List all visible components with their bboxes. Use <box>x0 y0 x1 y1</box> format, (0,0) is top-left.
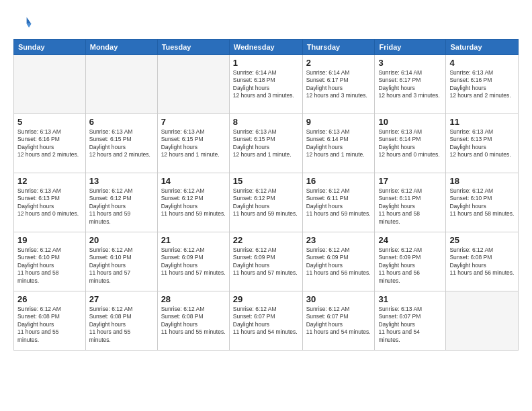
day-cell: 1 Sunrise: 6:14 AM Sunset: 6:18 PM Dayli… <box>229 55 302 114</box>
day-info: Sunrise: 6:12 AM Sunset: 6:07 PM Dayligh… <box>306 306 371 336</box>
day-info: Sunrise: 6:12 AM Sunset: 6:10 PM Dayligh… <box>449 187 515 218</box>
day-cell: 13 Sunrise: 6:12 AM Sunset: 6:12 PM Dayl… <box>85 173 157 232</box>
day-cell <box>14 55 86 114</box>
day-info: Sunrise: 6:12 AM Sunset: 6:08 PM Dayligh… <box>17 306 82 344</box>
day-number: 7 <box>161 117 226 127</box>
day-number: 6 <box>89 117 154 127</box>
day-cell: 10 Sunrise: 6:13 AM Sunset: 6:14 PM Dayl… <box>375 114 446 173</box>
day-number: 28 <box>161 294 226 304</box>
weekday-header-tuesday: Tuesday <box>157 40 229 55</box>
day-cell: 12 Sunrise: 6:13 AM Sunset: 6:13 PM Dayl… <box>14 173 86 232</box>
day-cell: 6 Sunrise: 6:13 AM Sunset: 6:15 PM Dayli… <box>85 114 157 173</box>
day-cell: 26 Sunrise: 6:12 AM Sunset: 6:08 PM Dayl… <box>14 291 86 351</box>
day-cell: 20 Sunrise: 6:12 AM Sunset: 6:10 PM Dayl… <box>85 232 157 291</box>
day-cell: 30 Sunrise: 6:12 AM Sunset: 6:07 PM Dayl… <box>302 291 375 351</box>
week-row-4: 26 Sunrise: 6:12 AM Sunset: 6:08 PM Dayl… <box>14 291 519 351</box>
day-cell: 4 Sunrise: 6:13 AM Sunset: 6:16 PM Dayli… <box>446 55 519 114</box>
day-number: 12 <box>17 176 82 186</box>
day-cell: 24 Sunrise: 6:12 AM Sunset: 6:09 PM Dayl… <box>375 232 446 291</box>
day-number: 4 <box>449 58 515 68</box>
day-number: 1 <box>233 58 299 68</box>
day-cell: 18 Sunrise: 6:12 AM Sunset: 6:10 PM Dayl… <box>446 173 519 232</box>
day-number: 16 <box>306 176 371 186</box>
day-number: 2 <box>306 58 371 68</box>
day-info: Sunrise: 6:12 AM Sunset: 6:09 PM Dayligh… <box>306 246 371 277</box>
week-row-1: 5 Sunrise: 6:13 AM Sunset: 6:16 PM Dayli… <box>14 114 519 173</box>
day-cell: 25 Sunrise: 6:12 AM Sunset: 6:08 PM Dayl… <box>446 232 519 291</box>
day-info: Sunrise: 6:13 AM Sunset: 6:07 PM Dayligh… <box>378 306 442 344</box>
day-cell: 14 Sunrise: 6:12 AM Sunset: 6:12 PM Dayl… <box>157 173 229 232</box>
day-cell <box>85 55 157 114</box>
day-cell <box>157 55 229 114</box>
svg-marker-0 <box>27 17 32 24</box>
day-info: Sunrise: 6:14 AM Sunset: 6:17 PM Dayligh… <box>306 69 371 100</box>
day-number: 20 <box>89 235 154 245</box>
day-cell: 15 Sunrise: 6:12 AM Sunset: 6:12 PM Dayl… <box>229 173 302 232</box>
day-number: 21 <box>161 235 226 245</box>
day-cell: 22 Sunrise: 6:12 AM Sunset: 6:09 PM Dayl… <box>229 232 302 291</box>
day-cell: 8 Sunrise: 6:13 AM Sunset: 6:15 PM Dayli… <box>229 114 302 173</box>
day-info: Sunrise: 6:13 AM Sunset: 6:14 PM Dayligh… <box>306 128 371 159</box>
day-info: Sunrise: 6:13 AM Sunset: 6:14 PM Dayligh… <box>378 128 442 159</box>
day-info: Sunrise: 6:13 AM Sunset: 6:16 PM Dayligh… <box>449 69 515 100</box>
day-number: 26 <box>17 294 82 304</box>
day-number: 10 <box>378 117 442 127</box>
day-info: Sunrise: 6:12 AM Sunset: 6:08 PM Dayligh… <box>449 246 515 277</box>
day-info: Sunrise: 6:13 AM Sunset: 6:13 PM Dayligh… <box>449 128 515 159</box>
day-number: 5 <box>17 117 82 127</box>
svg-marker-1 <box>27 24 32 28</box>
day-info: Sunrise: 6:12 AM Sunset: 6:10 PM Dayligh… <box>17 246 82 285</box>
day-info: Sunrise: 6:12 AM Sunset: 6:09 PM Dayligh… <box>161 246 226 277</box>
page: SundayMondayTuesdayWednesdayThursdayFrid… <box>0 0 532 411</box>
day-info: Sunrise: 6:14 AM Sunset: 6:17 PM Dayligh… <box>378 69 442 100</box>
day-cell: 31 Sunrise: 6:13 AM Sunset: 6:07 PM Dayl… <box>375 291 446 351</box>
day-number: 13 <box>89 176 154 186</box>
week-row-3: 19 Sunrise: 6:12 AM Sunset: 6:10 PM Dayl… <box>14 232 519 291</box>
day-number: 14 <box>161 176 226 186</box>
header <box>13 13 519 32</box>
day-info: Sunrise: 6:14 AM Sunset: 6:18 PM Dayligh… <box>233 69 299 100</box>
day-info: Sunrise: 6:12 AM Sunset: 6:09 PM Dayligh… <box>233 246 299 277</box>
day-cell: 2 Sunrise: 6:14 AM Sunset: 6:17 PM Dayli… <box>302 55 375 114</box>
day-number: 11 <box>449 117 515 127</box>
day-cell: 29 Sunrise: 6:12 AM Sunset: 6:07 PM Dayl… <box>229 291 302 351</box>
day-number: 17 <box>378 176 442 186</box>
day-cell: 9 Sunrise: 6:13 AM Sunset: 6:14 PM Dayli… <box>302 114 375 173</box>
day-number: 18 <box>449 176 515 186</box>
day-cell: 16 Sunrise: 6:12 AM Sunset: 6:11 PM Dayl… <box>302 173 375 232</box>
day-info: Sunrise: 6:12 AM Sunset: 6:12 PM Dayligh… <box>89 187 154 226</box>
day-info: Sunrise: 6:13 AM Sunset: 6:16 PM Dayligh… <box>17 128 82 159</box>
day-number: 27 <box>89 294 154 304</box>
day-info: Sunrise: 6:12 AM Sunset: 6:09 PM Dayligh… <box>378 246 442 285</box>
day-cell: 11 Sunrise: 6:13 AM Sunset: 6:13 PM Dayl… <box>446 114 519 173</box>
day-number: 3 <box>378 58 442 68</box>
calendar: SundayMondayTuesdayWednesdayThursdayFrid… <box>13 39 519 351</box>
day-cell: 3 Sunrise: 6:14 AM Sunset: 6:17 PM Dayli… <box>375 55 446 114</box>
weekday-header-sunday: Sunday <box>14 40 86 55</box>
weekday-header-monday: Monday <box>85 40 157 55</box>
logo-icon <box>13 13 32 32</box>
day-info: Sunrise: 6:12 AM Sunset: 6:12 PM Dayligh… <box>161 187 226 218</box>
day-info: Sunrise: 6:12 AM Sunset: 6:08 PM Dayligh… <box>161 306 226 336</box>
day-info: Sunrise: 6:13 AM Sunset: 6:15 PM Dayligh… <box>233 128 299 159</box>
day-cell: 5 Sunrise: 6:13 AM Sunset: 6:16 PM Dayli… <box>14 114 86 173</box>
day-cell: 17 Sunrise: 6:12 AM Sunset: 6:11 PM Dayl… <box>375 173 446 232</box>
day-number: 22 <box>233 235 299 245</box>
day-info: Sunrise: 6:12 AM Sunset: 6:08 PM Dayligh… <box>89 306 154 344</box>
day-number: 9 <box>306 117 371 127</box>
day-info: Sunrise: 6:13 AM Sunset: 6:13 PM Dayligh… <box>17 187 82 218</box>
day-info: Sunrise: 6:12 AM Sunset: 6:07 PM Dayligh… <box>233 306 299 336</box>
day-info: Sunrise: 6:13 AM Sunset: 6:15 PM Dayligh… <box>161 128 226 159</box>
day-cell: 23 Sunrise: 6:12 AM Sunset: 6:09 PM Dayl… <box>302 232 375 291</box>
weekday-header-saturday: Saturday <box>446 40 519 55</box>
weekday-header-thursday: Thursday <box>302 40 375 55</box>
day-cell: 19 Sunrise: 6:12 AM Sunset: 6:10 PM Dayl… <box>14 232 86 291</box>
logo <box>13 13 35 32</box>
day-cell: 28 Sunrise: 6:12 AM Sunset: 6:08 PM Dayl… <box>157 291 229 351</box>
week-row-2: 12 Sunrise: 6:13 AM Sunset: 6:13 PM Dayl… <box>14 173 519 232</box>
day-info: Sunrise: 6:12 AM Sunset: 6:10 PM Dayligh… <box>89 246 154 285</box>
day-number: 8 <box>233 117 299 127</box>
day-number: 31 <box>378 294 442 304</box>
day-number: 19 <box>17 235 82 245</box>
day-info: Sunrise: 6:12 AM Sunset: 6:12 PM Dayligh… <box>233 187 299 218</box>
